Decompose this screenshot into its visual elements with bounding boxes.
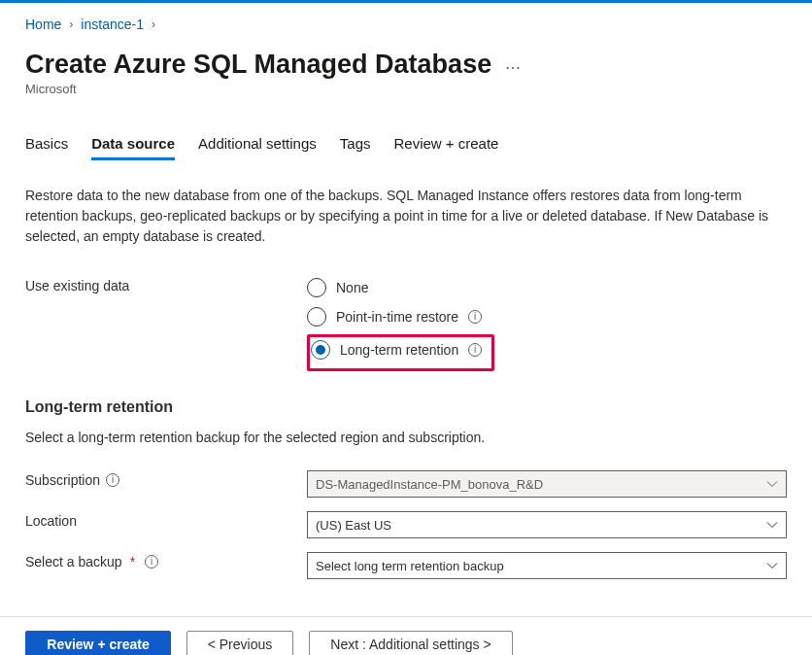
tab-additional-settings[interactable]: Additional settings (198, 135, 317, 160)
info-icon[interactable]: i (145, 555, 158, 569)
radio-long-term-retention[interactable]: Long-term retention i (311, 338, 482, 362)
info-icon[interactable]: i (468, 343, 482, 357)
breadcrumb: Home › instance-1 › (25, 11, 787, 38)
label-select-backup: Select a backup (25, 554, 122, 569)
review-create-button[interactable]: Review + create (25, 631, 171, 655)
location-value: (US) East US (316, 518, 391, 533)
breadcrumb-home[interactable]: Home (25, 17, 61, 32)
label-location: Location (25, 513, 77, 529)
page-title: Create Azure SQL Managed Database (25, 50, 491, 80)
backup-select[interactable]: Select long term retention backup (307, 552, 787, 579)
info-icon[interactable]: i (106, 473, 119, 487)
footer-actions: Review + create < Previous Next : Additi… (0, 616, 812, 655)
radio-none[interactable]: None (307, 276, 787, 299)
publisher-label: Microsoft (25, 82, 787, 96)
more-actions-icon[interactable]: ⋯ (505, 58, 522, 77)
tab-data-source[interactable]: Data source (91, 135, 175, 160)
radio-label: None (336, 280, 368, 295)
radio-label: Long-term retention (340, 342, 458, 358)
tab-review-create[interactable]: Review + create (394, 135, 499, 160)
radio-icon (307, 278, 326, 297)
tab-bar: Basics Data source Additional settings T… (25, 135, 787, 160)
chevron-right-icon: › (152, 17, 155, 31)
chevron-down-icon (766, 478, 778, 490)
previous-button[interactable]: < Previous (186, 631, 293, 655)
section-desc-ltr: Select a long-term retention backup for … (25, 430, 787, 445)
highlight-ltr: Long-term retention i (307, 334, 494, 371)
subscription-select: DS-ManagedInstance-PM_bonova_R&D (307, 470, 787, 498)
subscription-value: DS-ManagedInstance-PM_bonova_R&D (316, 477, 543, 492)
breadcrumb-instance[interactable]: instance-1 (81, 17, 144, 32)
label-subscription: Subscription (25, 472, 100, 488)
tab-tags[interactable]: Tags (340, 135, 371, 160)
chevron-down-icon (766, 519, 778, 531)
radio-icon (307, 307, 326, 327)
next-button[interactable]: Next : Additional settings > (309, 631, 513, 655)
info-icon[interactable]: i (468, 310, 482, 324)
chevron-right-icon: › (69, 17, 73, 31)
required-indicator: * (130, 554, 135, 569)
section-title-ltr: Long-term retention (25, 398, 787, 416)
radio-label: Point-in-time restore (336, 309, 458, 325)
radio-point-in-time[interactable]: Point-in-time restore i (307, 305, 787, 328)
tab-basics[interactable]: Basics (25, 135, 68, 160)
chevron-down-icon (766, 560, 778, 571)
radio-icon (311, 340, 330, 360)
label-use-existing-data: Use existing data (25, 276, 307, 293)
backup-placeholder: Select long term retention backup (316, 559, 504, 573)
location-select[interactable]: (US) East US (307, 511, 787, 538)
tab-description: Restore data to the new database from on… (25, 186, 783, 247)
